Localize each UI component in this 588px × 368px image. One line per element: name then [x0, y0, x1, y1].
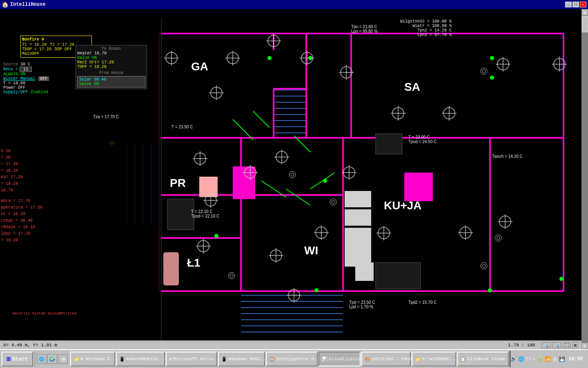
fullscreen-button[interactable]: ⛶: [563, 342, 570, 348]
bonfire-title: Bonfire 0: [22, 37, 90, 42]
t-22-10-label: T = 22.10 C Tpod = 22.10 C: [191, 209, 219, 218]
status-bar: X= 4.40 m, Y= 1.91 m 1.79 : 100 🔍 🔍 ⛶ ⊞: [0, 340, 581, 349]
start-button[interactable]: ⊞ Start: [2, 352, 33, 366]
house-icon: 🏠: [269, 357, 275, 362]
svg-point-140: [323, 179, 327, 183]
t-23-00-label: T = 23.00 C Tpod = 24.50 C: [408, 135, 437, 144]
tpn-label: Tpn = 21.60 C Lpn = 99.80 %: [351, 25, 378, 34]
svg-rect-46: [404, 173, 433, 201]
taskbar-item-label: H:\WINDOWS\...: [422, 357, 459, 361]
close-button[interactable]: ✕: [580, 2, 586, 7]
recu-off: OFF: [38, 76, 49, 81]
tray-icon-8[interactable]: 💾: [559, 356, 565, 362]
taskbar-windows-folder[interactable]: 📁 H:\WINDOWS\...: [412, 352, 456, 366]
tpd2-label: Tpd2 = 15.70 C: [408, 300, 437, 305]
svg-rect-54: [163, 252, 179, 272]
taskbar-item-label: B Windows E...: [80, 357, 118, 361]
paint-icon: 🎨: [365, 357, 370, 362]
scroll-thumb[interactable]: [582, 16, 588, 32]
svg-rect-55: [163, 270, 179, 285]
from-house: From House: [77, 71, 145, 75]
tray-icon-5[interactable]: 🔋: [537, 356, 543, 362]
zoom-controls: 🔍 🔍 ⛶ ⊞: [541, 342, 578, 348]
heater-title: Heater 16.70: [77, 51, 145, 56]
svg-rect-47: [199, 177, 218, 197]
taskbar: ⊞ Start 🌐 🌍 🖥 📁 B Windows E... 📱 eHouseM…: [0, 349, 588, 368]
svg-point-142: [314, 288, 318, 292]
browser-icon[interactable]: 🌍: [47, 354, 57, 364]
scroll-down-button[interactable]: ▼: [581, 343, 588, 349]
taskbar-item-label: untitled - Paint: [372, 357, 415, 361]
taskbar-item-label: eHouseMobile ...: [126, 357, 169, 361]
wiatr: Wiatr = 100.00 %: [400, 24, 452, 28]
taskbar-separator: [35, 352, 36, 366]
taskbar-inteligentny[interactable]: 🏠 Inteligentny d...: [266, 352, 317, 366]
maximize-button[interactable]: □: [572, 2, 579, 7]
tray-clock: 10:50: [567, 356, 585, 362]
clipbook-icon: 📋: [460, 357, 466, 362]
heater-rect-ort: RecI Ort= 17.20: [77, 60, 145, 65]
tray-icon-4[interactable]: ⚡: [532, 356, 535, 362]
taskbar-item-label: Windows Mobi...: [228, 357, 269, 361]
tray-icon-1[interactable]: 🔊: [510, 356, 517, 362]
zoom-in-button[interactable]: 🔍: [541, 342, 550, 348]
svg-point-141: [214, 234, 218, 238]
status-right: 1.79 : 100 🔍 🔍 ⛶ ⊞: [508, 342, 578, 348]
winter-manual: Winter Manual: [3, 76, 35, 81]
show-desktop-icon[interactable]: 🖥: [58, 354, 68, 364]
bonfire-t1: T1 = 16.20: [22, 43, 47, 47]
tray-icon-7[interactable]: 🖨: [552, 356, 557, 362]
taskbar-item-label: Visualization: [329, 357, 364, 361]
security-label: Security System SystemMirited: [12, 312, 76, 316]
minimize-button[interactable]: _: [565, 2, 572, 7]
svg-point-138: [490, 56, 494, 60]
right-scrollbar[interactable]: ▲ ▼: [581, 9, 588, 349]
ie-icon[interactable]: 🌐: [37, 354, 47, 364]
svg-point-145: [490, 76, 494, 80]
taskbar-paint[interactable]: 🎨 untitled - Paint: [361, 352, 411, 366]
tray-icon-2[interactable]: 🌐: [518, 356, 524, 362]
heater-valve: Valve ON: [77, 56, 145, 60]
room-label-wi: WI: [304, 244, 318, 257]
room-label-pr: PR: [170, 177, 186, 190]
svg-rect-56: [376, 134, 402, 154]
taskbar-ehouse-mobile[interactable]: 📱 eHouseMobile ...: [116, 352, 165, 366]
recu-value: 30 C: [20, 62, 30, 67]
wilgotnosc: Wilgotność = 100.00 %: [400, 19, 452, 24]
phone-icon: 📱: [221, 357, 227, 362]
taskbar-windows-explorer[interactable]: 📁 B Windows E...: [70, 352, 115, 366]
zoom-out-button[interactable]: 🔍: [552, 342, 561, 348]
taskbar-windows-mobile[interactable]: 📱 Windows Mobi...: [218, 352, 265, 366]
start-label: Start: [12, 356, 28, 362]
app-title: IntelliHouse: [10, 2, 45, 7]
svg-point-136: [267, 56, 272, 60]
ms-icon: ⊞: [169, 357, 172, 362]
room-label-sa: SA: [404, 81, 420, 94]
taskbar-clipbook[interactable]: 📋 ClipBook Viewe...: [457, 352, 508, 366]
taskbar-microsoft-activ[interactable]: ⊞ Microsoft Activ...: [166, 352, 217, 366]
lpn2: Lpn2 = 97.70 %: [400, 33, 452, 37]
app-icon: 🏠: [2, 1, 9, 8]
left-readings: 6.20 7.20 = 17.20 = 18.20 Kd= 17.20 = 18…: [1, 148, 42, 244]
svg-rect-53: [376, 263, 421, 289]
tpn2: Tpn2 = 14.20 C: [400, 28, 452, 33]
bonfire-tdop: TDOP = 17.20: [22, 47, 51, 52]
quick-launch: 🌐 🌍 🖥: [37, 354, 68, 364]
tpd-label: Tpd = 23.50 C Lpd = 1.70 %: [349, 300, 375, 309]
room-label-ga: GA: [191, 60, 208, 73]
bonfire-dop-off: DOP OFF: [55, 47, 72, 52]
room-label-ku-ja: KU+JA: [384, 199, 422, 212]
taskbar-visualization[interactable]: 📊 Visualization: [318, 352, 361, 366]
chart-icon: 📊: [322, 357, 327, 362]
t-23-50-label: T = 23.50 C: [172, 125, 193, 129]
scroll-up-button[interactable]: ▲: [581, 9, 588, 16]
grid-button[interactable]: ⊞: [572, 342, 578, 348]
enabled: Enabled: [31, 90, 48, 94]
room-label-l1: Ł1: [187, 256, 200, 269]
heater-toff: TOFF = 18.20: [77, 65, 145, 69]
svg-rect-49: [345, 209, 371, 226]
tray-icon-6[interactable]: 📶: [545, 356, 551, 362]
recu-label: Recu =: [3, 67, 18, 72]
source-label: Source: [3, 62, 18, 67]
tray-icon-3[interactable]: 🛡: [526, 356, 531, 362]
